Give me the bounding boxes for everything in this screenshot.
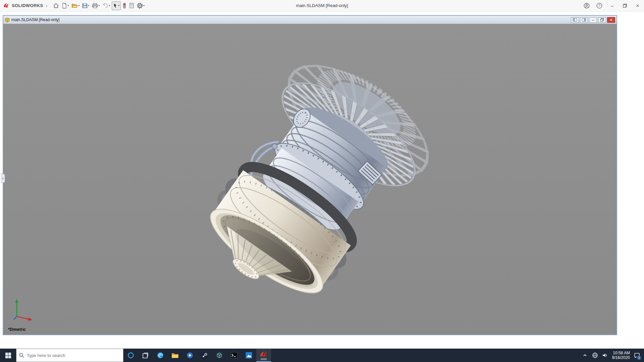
file-explorer-button[interactable] — [168, 349, 182, 362]
print-icon — [92, 3, 98, 8]
orientation-triad — [12, 296, 39, 323]
minimize-button[interactable]: – — [606, 0, 619, 11]
volume-button[interactable] — [600, 349, 610, 362]
graphics-viewport[interactable]: *Dimetric — [3, 24, 616, 335]
action-center-button[interactable]: 2 — [632, 349, 642, 362]
cube-viewer-button[interactable] — [212, 349, 227, 362]
doc-restore-icon — [600, 18, 604, 21]
window-title: main.SLDASM [Read-only] — [296, 0, 348, 11]
browser-icon — [186, 352, 194, 359]
feature-panel-collapsed-tab[interactable] — [1, 174, 5, 183]
split-pane-right-icon — [582, 18, 586, 21]
account-icon — [584, 3, 590, 9]
file-properties-button[interactable] — [128, 1, 135, 10]
taskbar-clock[interactable]: 10:58 AM 9/16/2020 — [610, 351, 632, 360]
rebuild-stoplight-icon — [122, 3, 126, 9]
help-button[interactable]: ? — [593, 0, 606, 11]
doc-close-button[interactable]: × — [607, 17, 615, 23]
tray-expand-button[interactable] — [580, 349, 590, 362]
options-dropdown-arrow[interactable]: ▾ — [143, 4, 145, 7]
new-document-dropdown-arrow[interactable]: ▾ — [67, 4, 69, 7]
windows-logo-icon — [5, 353, 11, 358]
undo-dropdown-arrow[interactable]: ▾ — [109, 4, 110, 7]
photos-button[interactable] — [241, 349, 256, 362]
options-gear-icon — [137, 3, 143, 9]
file-properties-icon — [129, 3, 134, 8]
network-button[interactable] — [590, 349, 600, 362]
cube-viewer-icon — [216, 352, 223, 359]
maximize-button[interactable] — [619, 0, 631, 11]
undo-icon — [102, 3, 108, 8]
new-document-button[interactable]: ▾ — [61, 1, 70, 10]
engine-3d-model[interactable] — [3, 24, 616, 335]
menu-expand-arrow[interactable]: › — [45, 3, 50, 8]
terminal-button[interactable] — [227, 349, 241, 362]
panel-tab-dot-icon — [2, 178, 4, 179]
svg-text:?: ? — [598, 4, 600, 7]
select-cursor-icon — [113, 3, 118, 8]
select-tool-button[interactable]: ▾ — [112, 1, 121, 10]
document-titlebar[interactable]: main.SLDASM [Read-only] – — [3, 16, 616, 24]
home-icon — [53, 3, 59, 9]
search-input[interactable] — [27, 353, 120, 358]
main-toolbar: ▾ ▾ ▾ ▾ — [52, 1, 146, 10]
task-view-icon — [142, 352, 149, 359]
photos-icon — [245, 352, 253, 359]
save-icon — [82, 3, 88, 8]
terminal-icon — [230, 352, 238, 359]
notification-badge: 2 — [637, 356, 641, 360]
volume-icon — [602, 352, 608, 358]
save-button[interactable]: ▾ — [81, 1, 90, 10]
pane-toggle-left-button[interactable] — [571, 17, 579, 23]
open-dropdown-arrow[interactable]: ▾ — [78, 4, 79, 7]
taskbar: 2020 10:58 AM 9/16/2020 — [0, 349, 644, 362]
doc-restore-button[interactable] — [598, 17, 606, 23]
document-title: main.SLDASM [Read-only] — [11, 17, 59, 22]
print-dropdown-arrow[interactable]: ▾ — [98, 4, 100, 7]
browser-button[interactable] — [182, 349, 197, 362]
open-folder-icon — [71, 3, 78, 8]
network-globe-icon — [592, 352, 598, 358]
open-button[interactable]: ▾ — [70, 1, 80, 10]
document-window-buttons: – × — [571, 17, 615, 23]
taskbar-search[interactable] — [16, 349, 123, 362]
solidworks-year-label: 2020 — [256, 358, 271, 361]
clock-time: 10:58 AM — [612, 351, 630, 355]
account-button[interactable] — [580, 0, 593, 11]
assembly-file-icon — [5, 17, 10, 22]
undo-button[interactable]: ▾ — [101, 1, 111, 10]
select-dropdown-arrow[interactable]: ▾ — [118, 4, 119, 7]
app-titlebar: SOLIDWORKS › ▾ ▾ — [0, 0, 644, 11]
pane-toggle-right-button[interactable] — [580, 17, 588, 23]
home-button[interactable] — [52, 1, 60, 10]
edge-icon — [157, 352, 164, 359]
clock-date: 9/16/2020 — [612, 355, 630, 360]
rebuild-button[interactable] — [121, 1, 127, 10]
file-explorer-icon — [171, 352, 179, 359]
help-icon: ? — [596, 3, 602, 9]
steam-icon — [201, 352, 208, 359]
system-tray: 10:58 AM 9/16/2020 2 — [580, 349, 644, 362]
document-window: main.SLDASM [Read-only] – — [3, 15, 617, 335]
view-orientation-label: *Dimetric — [8, 327, 26, 332]
close-button[interactable]: × — [631, 0, 644, 11]
edge-button[interactable] — [153, 349, 168, 362]
solidworks-taskbar-button[interactable]: 2020 — [256, 349, 271, 362]
save-dropdown-arrow[interactable]: ▾ — [88, 4, 89, 7]
print-button[interactable]: ▾ — [91, 1, 101, 10]
cortana-button[interactable] — [123, 349, 138, 362]
brand-text: SOLIDWORKS — [12, 3, 43, 8]
options-button[interactable]: ▾ — [136, 1, 146, 10]
steam-button[interactable] — [197, 349, 212, 362]
task-view-button[interactable] — [138, 349, 153, 362]
window-controls: ? – × — [580, 0, 644, 11]
dassault-logo-icon — [3, 3, 10, 9]
search-icon — [19, 353, 24, 358]
start-button[interactable] — [0, 349, 16, 362]
new-document-icon — [62, 3, 67, 9]
restore-icon — [623, 4, 627, 8]
split-pane-icon — [573, 18, 577, 21]
doc-minimize-button[interactable]: – — [589, 17, 597, 23]
cortana-icon — [127, 352, 134, 359]
solidworks-logo: SOLIDWORKS — [0, 3, 45, 9]
